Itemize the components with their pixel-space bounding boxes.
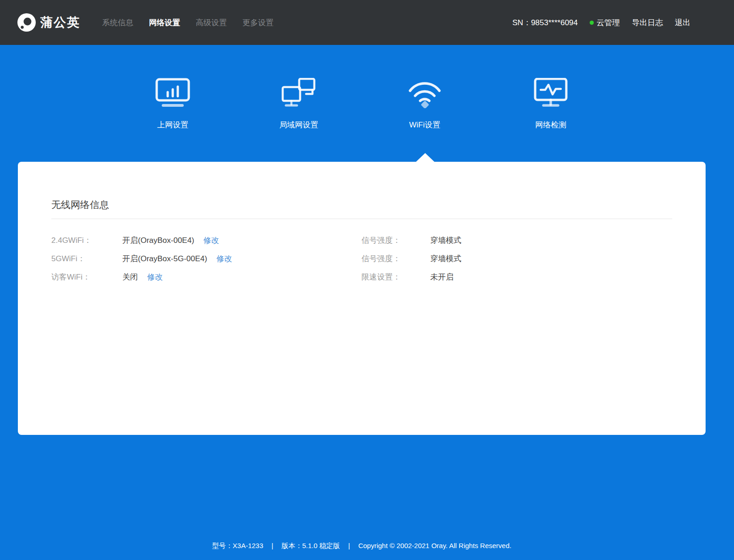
row-guest-wifi: 访客WiFi： 关闭 修改 限速设置： 未开启 <box>51 268 672 286</box>
tab-label-internet: 上网设置 <box>110 120 236 130</box>
tab-network-diagnosis[interactable]: 网络检测 <box>488 78 614 130</box>
value-5g-signal: 穿墙模式 <box>430 253 461 264</box>
wifi-info-rows: 2.4GWiFi： 开启(OrayBox-00E4) 修改 信号强度： 穿墙模式… <box>51 231 672 286</box>
cloud-management-link[interactable]: 云管理 <box>590 17 620 28</box>
footer-separator: | <box>348 542 350 550</box>
cell-guest-status: 访客WiFi： 关闭 修改 <box>51 272 362 282</box>
value-24g-signal: 穿墙模式 <box>430 235 461 246</box>
serial-number: SN：9853****6094 <box>512 17 578 28</box>
footer-model: 型号：X3A-1233 <box>212 542 263 550</box>
row-24g-wifi: 2.4GWiFi： 开启(OrayBox-00E4) 修改 信号强度： 穿墙模式 <box>51 231 672 249</box>
value-24g-wifi: 开启(OrayBox-00E4) <box>122 235 194 246</box>
cell-24g-status: 2.4GWiFi： 开启(OrayBox-00E4) 修改 <box>51 235 362 246</box>
label-speed-limit: 限速设置： <box>362 272 430 282</box>
tab-label-lan: 局域网设置 <box>236 120 362 130</box>
main-container: 上网设置 局域网设置 <box>18 45 706 550</box>
cell-24g-signal: 信号强度： 穿墙模式 <box>362 235 461 246</box>
settings-tabs: 上网设置 局域网设置 <box>18 45 706 130</box>
header-right: SN：9853****6094 云管理 导出日志 退出 <box>512 17 690 28</box>
brand-name: 蒲公英 <box>40 14 80 31</box>
row-5g-wifi: 5GWiFi： 开启(OrayBox-5G-00E4) 修改 信号强度： 穿墙模… <box>51 249 672 268</box>
wifi-settings-icon <box>407 78 442 108</box>
value-guest-wifi: 关闭 <box>122 272 138 282</box>
modify-5g-wifi-link[interactable]: 修改 <box>216 253 232 264</box>
value-speed-limit: 未开启 <box>430 272 454 282</box>
panel-divider <box>51 219 672 219</box>
value-5g-wifi: 开启(OrayBox-5G-00E4) <box>122 253 207 264</box>
cloud-management-label: 云管理 <box>597 17 620 28</box>
footer-separator: | <box>272 542 274 550</box>
top-header: 蒲公英 系统信息 网络设置 高级设置 更多设置 SN：9853****6094 … <box>0 0 734 45</box>
export-log-link[interactable]: 导出日志 <box>632 17 663 28</box>
oray-logo-icon <box>17 13 36 32</box>
label-guest-wifi: 访客WiFi： <box>51 272 122 282</box>
active-tab-arrow <box>416 153 434 162</box>
tab-internet-settings[interactable]: 上网设置 <box>110 78 236 130</box>
network-diagnosis-icon <box>533 78 568 108</box>
internet-settings-icon <box>155 78 190 108</box>
label-5g-wifi: 5GWiFi： <box>51 253 122 264</box>
modify-24g-wifi-link[interactable]: 修改 <box>203 235 219 246</box>
brand: 蒲公英 <box>17 13 80 32</box>
nav-item-system-info[interactable]: 系统信息 <box>102 17 133 28</box>
lan-settings-icon <box>281 78 316 108</box>
sn-label: SN： <box>512 18 531 27</box>
cell-speed-limit: 限速设置： 未开启 <box>362 272 454 282</box>
main-nav: 系统信息 网络设置 高级设置 更多设置 <box>102 17 274 28</box>
page-footer: 型号：X3A-1233 | 版本：5.1.0 稳定版 | Copyright ©… <box>18 542 706 550</box>
modify-guest-wifi-link[interactable]: 修改 <box>147 272 163 282</box>
wireless-info-panel: 无线网络信息 2.4GWiFi： 开启(OrayBox-00E4) 修改 信号强… <box>18 162 706 435</box>
label-5g-signal: 信号强度： <box>362 253 430 264</box>
tab-label-wifi: WiFi设置 <box>362 120 488 130</box>
cell-5g-signal: 信号强度： 穿墙模式 <box>362 253 461 264</box>
label-24g-signal: 信号强度： <box>362 235 430 246</box>
logout-link[interactable]: 退出 <box>675 17 690 28</box>
tab-lan-settings[interactable]: 局域网设置 <box>236 78 362 130</box>
footer-copyright: Copyright © 2002-2021 Oray. All Rights R… <box>358 542 511 550</box>
nav-item-advanced-settings[interactable]: 高级设置 <box>196 17 227 28</box>
footer-version: 版本：5.1.0 稳定版 <box>281 542 340 550</box>
label-24g-wifi: 2.4GWiFi： <box>51 235 122 246</box>
online-status-dot <box>590 21 594 25</box>
nav-item-network-settings[interactable]: 网络设置 <box>149 17 180 28</box>
panel-title: 无线网络信息 <box>51 162 672 211</box>
tab-wifi-settings[interactable]: WiFi设置 <box>362 78 488 130</box>
tab-label-diagnosis: 网络检测 <box>488 120 614 130</box>
cell-5g-status: 5GWiFi： 开启(OrayBox-5G-00E4) 修改 <box>51 253 362 264</box>
sn-value: 9853****6094 <box>531 18 578 27</box>
nav-item-more-settings[interactable]: 更多设置 <box>242 17 274 28</box>
